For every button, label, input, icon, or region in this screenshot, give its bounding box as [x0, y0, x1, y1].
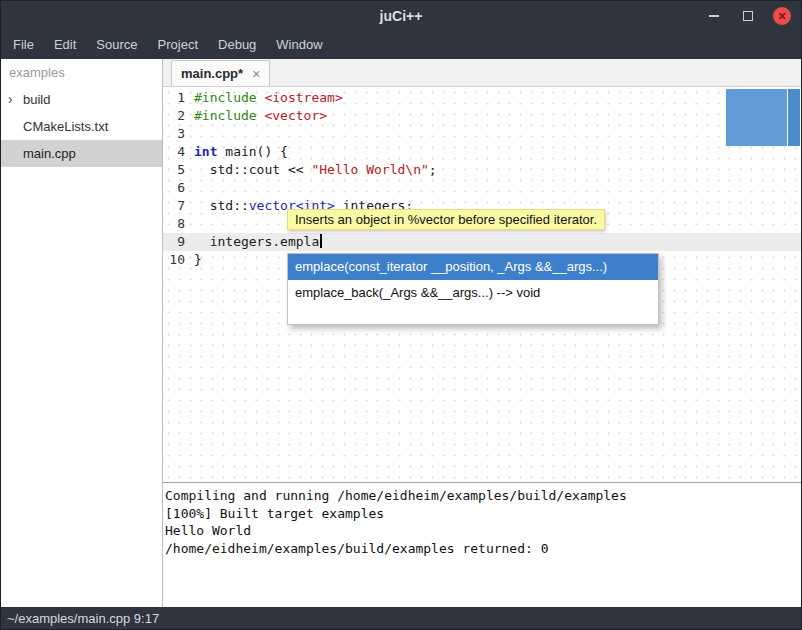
tab-bar: main.cpp* × — [163, 59, 801, 87]
completion-item[interactable]: emplace_back(_Args &&__args...) --> void — [288, 280, 658, 306]
tab-close-icon[interactable]: × — [252, 67, 260, 81]
minimize-button[interactable] — [705, 7, 723, 25]
line-number: 6 — [163, 179, 194, 197]
line-number: 2 — [163, 107, 194, 125]
menu-window[interactable]: Window — [266, 31, 332, 59]
file-tree: examples ›buildCMakeLists.txtmain.cpp — [1, 59, 163, 607]
code-line-text: } — [194, 251, 202, 269]
code-line-text: std::cout << "Hello World\n"; — [194, 161, 437, 179]
tree-item-label: main.cpp — [23, 146, 76, 161]
code-token: } — [194, 252, 202, 267]
code-token: "Hello World\n" — [311, 162, 428, 177]
code-line[interactable]: 4int main() { — [163, 143, 801, 161]
status-text: ~/examples/main.cpp 9:17 — [7, 611, 159, 626]
status-bar: ~/examples/main.cpp 9:17 — [1, 607, 801, 629]
code-token: std::cout << — [194, 162, 311, 177]
menu-source[interactable]: Source — [86, 31, 147, 59]
tab-label: main.cpp* — [181, 66, 243, 81]
tree-item-label: build — [23, 92, 50, 107]
chevron-right-icon[interactable]: › — [8, 91, 13, 107]
code-line-text: #include <iostream> — [194, 89, 343, 107]
code-line-text: int main() { — [194, 143, 288, 161]
code-editor[interactable]: 1#include <iostream>2#include <vector>34… — [163, 87, 801, 482]
scroll-overview[interactable] — [726, 89, 787, 146]
build-output[interactable]: Compiling and running /home/eidheim/exam… — [163, 482, 801, 607]
tree-item-cmakelists-txt[interactable]: CMakeLists.txt — [1, 113, 162, 140]
editor-column: main.cpp* × 1#include <iostream>2#includ… — [163, 59, 801, 607]
terminal-line: Compiling and running /home/eidheim/exam… — [165, 487, 799, 505]
window-title: juCi++ — [380, 8, 423, 24]
line-number: 10 — [163, 251, 194, 269]
menu-bar: FileEditSourceProjectDebugWindow — [1, 31, 801, 59]
line-number: 5 — [163, 161, 194, 179]
tree-item-main-cpp[interactable]: main.cpp — [1, 140, 162, 167]
maximize-button[interactable] — [739, 7, 757, 25]
code-token: #include — [194, 90, 257, 105]
code-line-text: integers.empla — [194, 233, 322, 251]
tree-item-label: CMakeLists.txt — [23, 119, 108, 134]
main-area: examples ›buildCMakeLists.txtmain.cpp ma… — [1, 59, 801, 607]
project-name: examples — [1, 59, 162, 86]
editor-scrollbar[interactable] — [788, 89, 800, 146]
close-button[interactable]: ✕ — [773, 7, 791, 25]
line-number: 8 — [163, 215, 194, 233]
code-line[interactable]: 5 std::cout << "Hello World\n"; — [163, 161, 801, 179]
code-line[interactable]: 6 — [163, 179, 801, 197]
code-token: ; — [429, 162, 437, 177]
line-number: 9 — [163, 233, 194, 251]
tree-item-build[interactable]: ›build — [1, 86, 162, 113]
doc-tooltip: Inserts an object in %vector before spec… — [287, 209, 605, 230]
terminal-line: [100%] Built target examples — [165, 505, 799, 523]
line-number: 4 — [163, 143, 194, 161]
titlebar[interactable]: juCi++ ✕ — [1, 1, 801, 31]
code-line[interactable]: 1#include <iostream> — [163, 89, 801, 107]
code-token: int — [194, 144, 217, 159]
code-token: <iostream> — [264, 90, 342, 105]
completion-item[interactable]: emplace(const_iterator __position, _Args… — [288, 254, 658, 280]
text-cursor — [320, 234, 322, 248]
maximize-icon — [743, 11, 753, 21]
menu-edit[interactable]: Edit — [44, 31, 86, 59]
app-window: juCi++ ✕ FileEditSourceProjectDebugWindo… — [0, 0, 802, 630]
line-number: 1 — [163, 89, 194, 107]
code-lines: 1#include <iostream>2#include <vector>34… — [163, 89, 801, 269]
menu-file[interactable]: File — [3, 31, 44, 59]
code-line[interactable]: 3 — [163, 125, 801, 143]
code-line[interactable]: 9 integers.empla — [163, 233, 801, 251]
code-token: std:: — [194, 198, 249, 213]
code-line-text: #include <vector> — [194, 107, 327, 125]
terminal-line: /home/eidheim/examples/build/examples re… — [165, 540, 799, 558]
code-token: integers.empla — [194, 234, 319, 249]
tab-main-cpp[interactable]: main.cpp* × — [171, 60, 270, 86]
line-number: 7 — [163, 197, 194, 215]
menu-debug[interactable]: Debug — [208, 31, 266, 59]
code-token: main() { — [217, 144, 287, 159]
window-controls: ✕ — [705, 1, 791, 31]
terminal-line: Hello World — [165, 522, 799, 540]
menu-project[interactable]: Project — [148, 31, 208, 59]
code-line[interactable]: 2#include <vector> — [163, 107, 801, 125]
completion-popup: emplace(const_iterator __position, _Args… — [287, 253, 659, 325]
line-number: 3 — [163, 125, 194, 143]
minimize-icon — [709, 15, 719, 17]
code-token: #include — [194, 108, 257, 123]
code-token: <vector> — [264, 108, 327, 123]
file-tree-items: ›buildCMakeLists.txtmain.cpp — [1, 86, 162, 167]
